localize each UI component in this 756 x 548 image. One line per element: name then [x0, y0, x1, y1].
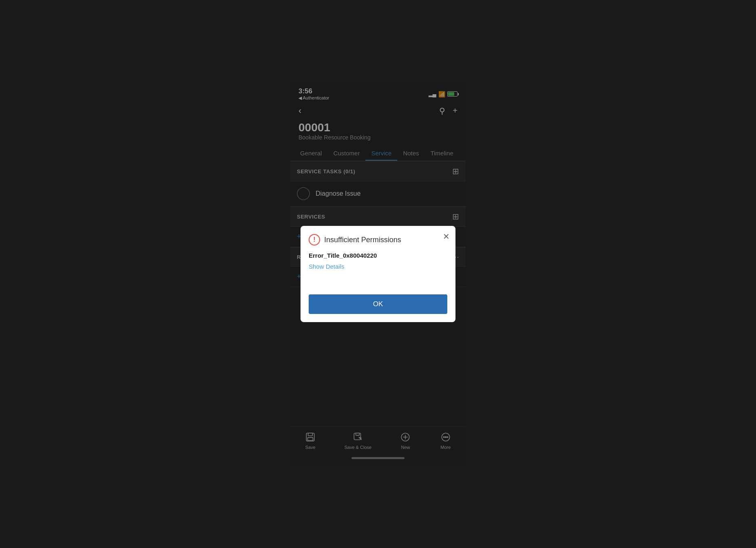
error-modal: ! Insufficient Permissions ✕ Error_Title… [301, 226, 455, 322]
ok-button[interactable]: OK [309, 294, 447, 314]
error-icon: ! [309, 234, 320, 245]
error-code: Error_Title_0x80040220 [309, 252, 447, 259]
modal-close-button[interactable]: ✕ [443, 232, 450, 241]
modal-header: ! Insufficient Permissions [309, 234, 447, 245]
phone-frame: 3:56 ◀ Authenticator ▂▄ 📶 ‹ ⚲ + 00001 Bo… [290, 84, 466, 464]
modal-title: Insufficient Permissions [324, 236, 401, 244]
show-details-link[interactable]: Show Details [309, 263, 447, 270]
modal-overlay: ! Insufficient Permissions ✕ Error_Title… [290, 84, 466, 464]
